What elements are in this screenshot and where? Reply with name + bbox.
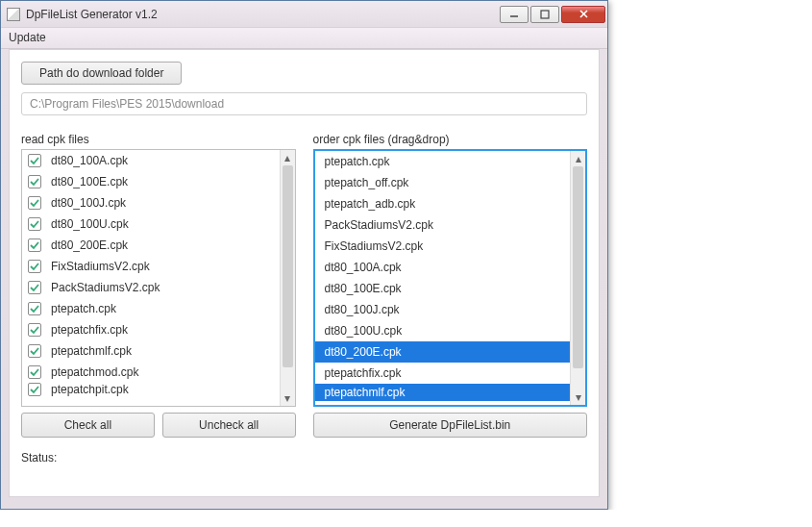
list-item-label: ptepatch_off.cpk <box>325 176 409 189</box>
list-item[interactable]: ptepatchmlf.cpk <box>22 340 280 362</box>
close-button[interactable] <box>561 6 605 23</box>
checkbox[interactable] <box>28 260 41 273</box>
checkbox[interactable] <box>28 175 41 188</box>
list-item-label: ptepatchpit.cpk <box>51 383 129 396</box>
scrollbar-right[interactable]: ▴ ▾ <box>570 151 585 405</box>
order-cpk-listbox[interactable]: ptepatch.cpkptepatch_off.cpkptepatch_adb… <box>313 149 588 407</box>
list-item-label: FixStadiumsV2.cpk <box>51 260 150 273</box>
list-item-label: dt80_100A.cpk <box>325 261 402 274</box>
list-item-label: ptepatchfix.cpk <box>51 323 128 337</box>
menu-update[interactable]: Update <box>9 31 46 44</box>
order-cpk-panel: order cpk files (drag&drop) ptepatch.cpk… <box>313 133 588 438</box>
app-icon <box>7 8 20 21</box>
list-item[interactable]: ptepatch_off.cpk <box>315 172 571 193</box>
checkbox[interactable] <box>28 344 41 358</box>
checkbox[interactable] <box>28 154 41 167</box>
list-item[interactable]: ptepatchfix.cpk <box>315 363 571 384</box>
read-cpk-panel: read cpk files dt80_100A.cpkdt80_100E.cp… <box>21 133 296 438</box>
read-cpk-label: read cpk files <box>21 133 296 146</box>
list-item[interactable]: FixStadiumsV2.cpk <box>22 256 280 277</box>
list-item-label: dt80_100U.cpk <box>325 324 403 338</box>
list-item[interactable]: ptepatchpit.cpk <box>22 383 280 396</box>
checkbox[interactable] <box>28 281 41 294</box>
path-input[interactable] <box>21 92 587 115</box>
checkbox[interactable] <box>28 196 41 210</box>
list-item-label: ptepatchmod.cpk <box>51 365 138 379</box>
status-label: Status: <box>21 451 587 464</box>
svg-rect-1 <box>541 11 549 18</box>
list-item[interactable]: dt80_200E.cpk <box>22 235 280 256</box>
list-item-label: dt80_100E.cpk <box>325 282 402 295</box>
scroll-thumb[interactable] <box>283 165 293 367</box>
list-item-label: ptepatch.cpk <box>325 155 390 168</box>
list-item[interactable]: dt80_100J.cpk <box>315 299 571 320</box>
list-item[interactable]: ptepatchmod.cpk <box>22 362 280 383</box>
checkbox[interactable] <box>28 238 41 252</box>
scroll-up-icon[interactable]: ▴ <box>281 150 295 165</box>
list-item[interactable]: ptepatchmlf.cpk <box>315 384 571 401</box>
window-title: DpFileList Generator v1.2 <box>26 8 500 21</box>
list-item[interactable]: dt80_100J.cpk <box>22 192 280 213</box>
list-item-label: ptepatchmlf.cpk <box>51 344 132 358</box>
list-item[interactable]: ptepatch.cpk <box>315 151 571 172</box>
list-item-label: FixStadiumsV2.cpk <box>325 239 424 253</box>
read-cpk-listbox[interactable]: dt80_100A.cpkdt80_100E.cpkdt80_100J.cpkd… <box>21 149 296 407</box>
list-item-label: ptepatch_adb.cpk <box>325 197 416 211</box>
uncheck-all-button[interactable]: Uncheck all <box>162 413 296 438</box>
scroll-up-icon[interactable]: ▴ <box>571 151 585 166</box>
list-item-label: ptepatch.cpk <box>51 302 116 315</box>
generate-button[interactable]: Generate DpFileList.bin <box>313 413 588 438</box>
list-item[interactable]: dt80_100E.cpk <box>22 171 280 192</box>
list-item[interactable]: PackStadiumsV2.cpk <box>22 277 280 298</box>
list-item-label: dt80_100A.cpk <box>51 154 128 167</box>
client-area: Path do download folder read cpk files d… <box>9 49 600 497</box>
window-controls <box>500 6 605 23</box>
checkbox[interactable] <box>28 383 41 396</box>
list-item[interactable]: dt80_100U.cpk <box>315 320 571 341</box>
list-item[interactable]: dt80_100U.cpk <box>22 213 280 235</box>
checkbox[interactable] <box>28 302 41 315</box>
list-item[interactable]: ptepatchfix.cpk <box>22 319 280 340</box>
minimize-button[interactable] <box>500 6 529 23</box>
checkbox[interactable] <box>28 217 41 231</box>
scroll-down-icon[interactable]: ▾ <box>571 389 585 405</box>
list-item-label: PackStadiumsV2.cpk <box>325 218 433 232</box>
list-item[interactable]: dt80_100E.cpk <box>315 278 571 299</box>
menubar: Update <box>1 28 607 49</box>
list-item-label: dt80_100U.cpk <box>51 217 129 231</box>
titlebar[interactable]: DpFileList Generator v1.2 <box>1 1 607 28</box>
check-all-button[interactable]: Check all <box>21 413 155 438</box>
scroll-down-icon[interactable]: ▾ <box>281 390 295 406</box>
list-item[interactable]: FixStadiumsV2.cpk <box>315 236 571 257</box>
scroll-thumb[interactable] <box>573 166 583 368</box>
checkbox[interactable] <box>28 323 41 337</box>
scrollbar-left[interactable]: ▴ ▾ <box>280 150 295 406</box>
list-item-label: dt80_100J.cpk <box>51 196 126 210</box>
list-item[interactable]: ptepatch_adb.cpk <box>315 193 571 214</box>
list-item-label: dt80_200E.cpk <box>325 345 402 359</box>
list-item-label: dt80_100E.cpk <box>51 175 128 188</box>
app-window: DpFileList Generator v1.2 Update Path do… <box>0 0 608 510</box>
list-item[interactable]: PackStadiumsV2.cpk <box>315 214 571 236</box>
list-item-label: ptepatchmlf.cpk <box>325 386 406 399</box>
list-item[interactable]: ptepatch.cpk <box>22 298 280 319</box>
list-item-label: ptepatchfix.cpk <box>325 366 402 380</box>
maximize-button[interactable] <box>530 6 559 23</box>
list-item-label: dt80_200E.cpk <box>51 238 128 252</box>
list-item-label: PackStadiumsV2.cpk <box>51 281 160 294</box>
checkbox[interactable] <box>28 365 41 379</box>
list-item[interactable]: dt80_100A.cpk <box>22 150 280 171</box>
list-item[interactable]: dt80_100A.cpk <box>315 257 571 278</box>
path-button[interactable]: Path do download folder <box>21 62 182 85</box>
list-item-label: dt80_100J.cpk <box>325 303 400 316</box>
order-cpk-label: order cpk files (drag&drop) <box>313 133 588 146</box>
list-item[interactable]: dt80_200E.cpk <box>315 341 571 363</box>
